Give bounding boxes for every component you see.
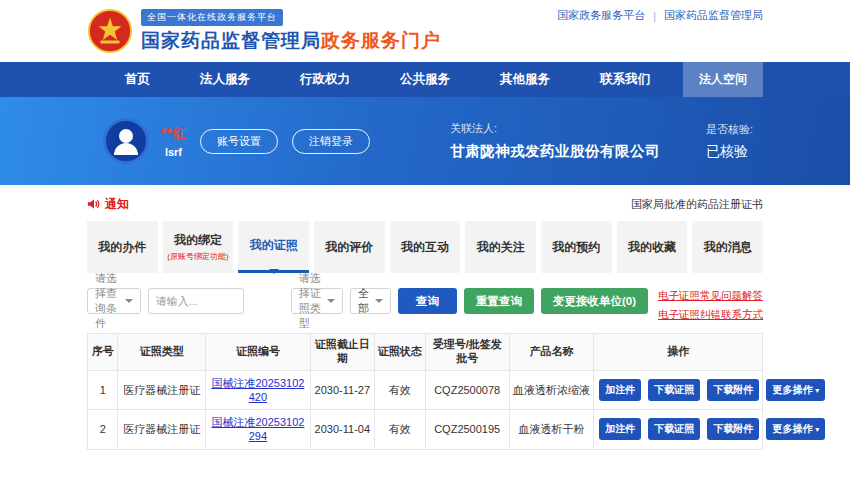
link-nmpa[interactable]: 国家药品监督管理局 xyxy=(664,8,763,23)
row-no: 2 xyxy=(88,410,118,450)
download-attachment-button[interactable]: 下载附件 xyxy=(707,379,759,401)
row-accept-no: CQZ2500195 xyxy=(425,410,509,450)
chevron-down-icon: ▾ xyxy=(815,425,819,434)
tab-my-certificates[interactable]: 我的证照 xyxy=(238,221,309,273)
username: lsrf xyxy=(165,146,182,158)
download-cert-button[interactable]: 下载证照 xyxy=(648,379,700,401)
avatar-person-icon xyxy=(119,129,133,143)
user-banner: **红 lsrf 账号设置 注销登录 关联法人: 甘肃陇神戎发药业股份有限公司 … xyxy=(0,97,850,185)
chevron-down-icon xyxy=(375,299,383,307)
top-links-divider: | xyxy=(653,10,656,22)
more-actions-button[interactable]: 更多操作 ▾ xyxy=(766,418,825,440)
verify-status-value: 已核验 xyxy=(706,143,753,161)
query-condition-select[interactable]: 请选择查询条件 xyxy=(87,288,141,314)
row-product-name: 血液透析浓缩液 xyxy=(509,370,593,410)
main-content: 通知 国家局批准的药品注册证书 我的办件 我的绑定 (原账号绑定功能) 我的证照… xyxy=(0,194,850,450)
col-header-accept-no: 受理号/批签发批号 xyxy=(425,334,509,371)
site-title-accent: 政务服务门户 xyxy=(321,30,441,51)
cert-faq-link[interactable]: 电子证照常见问题解答 xyxy=(658,289,763,303)
chevron-down-icon: ▾ xyxy=(815,386,819,395)
tab-my-binding-note: (原账号绑定功能) xyxy=(167,251,228,262)
change-receiver-button[interactable]: 变更接收单位(0) xyxy=(541,288,648,314)
speaker-icon xyxy=(87,197,101,211)
row-no: 1 xyxy=(88,370,118,410)
nav-item-legal-services[interactable]: 法人服务 xyxy=(200,71,250,88)
nav-item-public-services[interactable]: 公共服务 xyxy=(400,71,450,88)
cert-number-link[interactable]: 国械注准20253102294 xyxy=(211,416,304,442)
download-attachment-button[interactable]: 下载附件 xyxy=(707,418,759,440)
verify-label: 是否核验: xyxy=(706,122,753,137)
table-row: 2 医疗器械注册证 国械注准20253102294 2030-11-04 有效 … xyxy=(88,410,763,450)
row-cert-type: 医疗器械注册证 xyxy=(118,370,206,410)
table-row: 1 医疗器械注册证 国械注准20253102420 2030-11-27 有效 … xyxy=(88,370,763,410)
col-header-product: 产品名称 xyxy=(509,334,593,371)
tab-my-interaction[interactable]: 我的互动 xyxy=(390,221,461,273)
reset-button[interactable]: 重置查询 xyxy=(464,288,534,314)
related-legal-label: 关联法人: xyxy=(450,121,660,136)
more-actions-button[interactable]: 更多操作 ▾ xyxy=(766,379,825,401)
scope-select[interactable]: 全部 xyxy=(350,288,391,314)
top-header: 全国一体化在线政务服务平台 国家药品监督管理局政务服务门户 国家政务服务平台 |… xyxy=(0,0,850,62)
platform-badge: 全国一体化在线政务服务平台 xyxy=(141,9,283,26)
notice-label: 通知 xyxy=(105,196,129,213)
tab-my-evaluation[interactable]: 我的评价 xyxy=(314,221,385,273)
row-product-name: 血液透析干粉 xyxy=(509,410,593,450)
col-header-expiry: 证照截止日期 xyxy=(310,334,374,371)
search-button[interactable]: 查询 xyxy=(398,288,457,314)
nav-item-other-services[interactable]: 其他服务 xyxy=(500,71,550,88)
row-cert-type: 医疗器械注册证 xyxy=(118,410,206,450)
row-accept-no: CQZ2500078 xyxy=(425,370,509,410)
certificate-type-select[interactable]: 请选择证照类型 xyxy=(291,288,343,314)
logout-button[interactable]: 注销登录 xyxy=(292,129,370,154)
nav-item-home[interactable]: 首页 xyxy=(125,71,150,88)
col-header-operations: 操作 xyxy=(594,334,763,371)
tabs-bar: 我的办件 我的绑定 (原账号绑定功能) 我的证照 我的评价 我的互动 我的关注 … xyxy=(87,221,763,273)
avatar xyxy=(103,118,149,164)
annotate-button[interactable]: 加注件 xyxy=(599,418,641,440)
filter-bar: 请选择查询条件 请选择证照类型 全部 查询 重置查询 变更接收单位(0) 电子证… xyxy=(87,288,763,322)
related-legal-value: 甘肃陇神戎发药业股份有限公司 xyxy=(450,142,660,161)
row-expiry-date: 2030-11-27 xyxy=(310,370,374,410)
tab-my-favorites[interactable]: 我的收藏 xyxy=(617,221,688,273)
page-title: 国家药品监督管理局政务服务门户 xyxy=(141,28,441,54)
account-settings-button[interactable]: 账号设置 xyxy=(200,129,278,154)
notice-bar: 通知 国家局批准的药品注册证书 xyxy=(87,194,763,214)
site-title-main: 国家药品监督管理局 xyxy=(141,30,321,51)
nav-item-administrative-power[interactable]: 行政权力 xyxy=(300,71,350,88)
tab-my-binding[interactable]: 我的绑定 (原账号绑定功能) xyxy=(163,221,234,273)
tab-my-items[interactable]: 我的办件 xyxy=(87,221,158,273)
nav-item-contact-us[interactable]: 联系我们 xyxy=(600,71,650,88)
col-header-number: 证照编号 xyxy=(206,334,311,371)
col-header-type: 证照类型 xyxy=(118,334,206,371)
chevron-down-icon xyxy=(125,299,133,307)
main-nav: 首页 法人服务 行政权力 公共服务 其他服务 联系我们 法人空间 xyxy=(0,62,850,97)
national-emblem-icon xyxy=(87,8,133,54)
tab-my-appointments[interactable]: 我的预约 xyxy=(541,221,612,273)
link-national-gov-platform[interactable]: 国家政务服务平台 xyxy=(557,8,645,23)
certificates-table: 序号 证照类型 证照编号 证照截止日期 证照状态 受理号/批签发批号 产品名称 … xyxy=(87,333,763,450)
chevron-down-icon xyxy=(327,299,335,307)
table-header-row: 序号 证照类型 证照编号 证照截止日期 证照状态 受理号/批签发批号 产品名称 … xyxy=(88,334,763,371)
col-header-status: 证照状态 xyxy=(374,334,425,371)
row-status: 有效 xyxy=(374,370,425,410)
download-cert-button[interactable]: 下载证照 xyxy=(648,418,700,440)
tab-my-follows[interactable]: 我的关注 xyxy=(465,221,536,273)
tab-my-messages[interactable]: 我的消息 xyxy=(692,221,763,273)
cert-correction-link[interactable]: 电子证照纠错联系方式 xyxy=(658,308,763,322)
legal-person-space-button[interactable]: 法人空间 xyxy=(683,62,763,97)
cert-number-link[interactable]: 国械注准20253102420 xyxy=(211,377,304,403)
row-expiry-date: 2030-11-04 xyxy=(310,410,374,450)
active-tab-pointer xyxy=(269,269,279,279)
col-header-no: 序号 xyxy=(88,334,118,371)
row-status: 有效 xyxy=(374,410,425,450)
masked-user-name: **红 xyxy=(161,125,186,143)
notice-message[interactable]: 国家局批准的药品注册证书 xyxy=(631,197,763,212)
top-links: 国家政务服务平台 | 国家药品监督管理局 xyxy=(557,8,763,23)
annotate-button[interactable]: 加注件 xyxy=(599,379,641,401)
keyword-input[interactable] xyxy=(148,288,244,314)
